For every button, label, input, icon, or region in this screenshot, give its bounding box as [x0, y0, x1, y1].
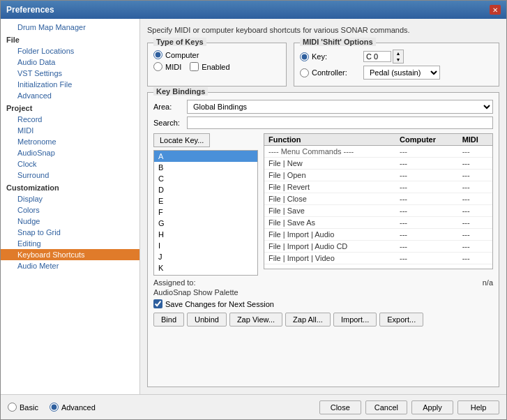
- controller-radio[interactable]: [300, 68, 309, 77]
- computer-cell: ---: [395, 205, 458, 217]
- sidebar-item-surround[interactable]: Surround: [1, 170, 139, 181]
- help-button[interactable]: Help: [457, 400, 499, 414]
- sidebar-item-audio-data[interactable]: Audio Data: [1, 57, 139, 68]
- import-button[interactable]: Import...: [333, 313, 377, 327]
- letter-item-i[interactable]: I: [154, 240, 257, 251]
- function-cell: File | Revert: [264, 181, 395, 193]
- function-cell: File | Import | Audio: [264, 229, 395, 241]
- sidebar-scroll: Drum Map Manager File Folder Locations A…: [1, 22, 139, 391]
- computer-cell: ---: [395, 217, 458, 229]
- letter-item-k[interactable]: K: [154, 262, 257, 273]
- unbind-button[interactable]: Unbind: [187, 313, 227, 327]
- locate-key-button[interactable]: Locate Key...: [153, 133, 210, 147]
- letter-item-e[interactable]: E: [154, 195, 257, 207]
- sidebar-item-record[interactable]: Record: [1, 114, 139, 125]
- apply-button[interactable]: Apply: [411, 400, 453, 414]
- midi-radio[interactable]: [153, 62, 162, 71]
- col-computer: Computer: [395, 134, 458, 146]
- computer-cell: ---: [395, 193, 458, 205]
- sidebar-item-vst-settings[interactable]: VST Settings: [1, 68, 139, 79]
- basic-radio[interactable]: [8, 403, 17, 412]
- close-button[interactable]: Close: [319, 400, 361, 414]
- search-input[interactable]: [187, 117, 493, 129]
- table-row[interactable]: File | Save --- ---: [264, 205, 492, 217]
- sidebar-item-drum-map-manager[interactable]: Drum Map Manager: [1, 22, 139, 33]
- computer-label: Computer: [165, 51, 199, 59]
- main-content: Drum Map Manager File Folder Locations A…: [1, 19, 506, 394]
- computer-cell: ---: [395, 170, 458, 181]
- table-row[interactable]: File | Save As --- ---: [264, 217, 492, 229]
- sidebar-item-advanced[interactable]: Advanced: [1, 90, 139, 101]
- key-spin-up[interactable]: ▲: [393, 50, 403, 57]
- computer-radio-row: Computer: [153, 50, 280, 59]
- table-row[interactable]: File | Import | Audio CD --- ---: [264, 241, 492, 253]
- table-row[interactable]: File | Revert --- ---: [264, 181, 492, 193]
- letter-item-b[interactable]: B: [154, 162, 257, 173]
- letter-item-l[interactable]: L: [154, 273, 257, 276]
- controller-dropdown[interactable]: Pedal (sustain): [363, 66, 440, 80]
- cancel-button[interactable]: Cancel: [365, 400, 407, 414]
- midi-cell: ---: [458, 193, 492, 205]
- computer-cell: ---: [395, 253, 458, 264]
- letter-item-j[interactable]: J: [154, 251, 257, 262]
- function-table-container: Function Computer MIDI ---- Menu Command…: [264, 133, 493, 269]
- sidebar-item-audiosnap[interactable]: AudioSnap: [1, 147, 139, 158]
- advanced-radio[interactable]: [50, 403, 59, 412]
- sidebar-item-display[interactable]: Display: [1, 193, 139, 204]
- table-row[interactable]: File | New --- ---: [264, 158, 492, 170]
- type-of-keys-group: Type of Keys Computer MIDI Enabled: [147, 43, 287, 87]
- function-cell: File | Import | Audio CD: [264, 241, 395, 253]
- midi-cell: ---: [458, 158, 492, 170]
- table-row[interactable]: File | Open --- ---: [264, 170, 492, 181]
- zap-view-button[interactable]: Zap View...: [229, 313, 282, 327]
- key-value-input[interactable]: [363, 51, 391, 62]
- footer: Basic Advanced Close Cancel Apply Help: [1, 394, 506, 419]
- sidebar-item-midi[interactable]: MIDI: [1, 125, 139, 136]
- sidebar: Drum Map Manager File Folder Locations A…: [1, 19, 140, 394]
- letter-item-g[interactable]: G: [154, 218, 257, 229]
- col-midi: MIDI: [458, 134, 492, 146]
- enabled-checkbox[interactable]: [190, 62, 199, 71]
- export-button[interactable]: Export...: [379, 313, 423, 327]
- letter-list: A B C D E F G H I J K L: [153, 150, 258, 276]
- letter-item-d[interactable]: D: [154, 184, 257, 195]
- table-row[interactable]: File | Import | Audio --- ---: [264, 229, 492, 241]
- sidebar-item-metronome[interactable]: Metronome: [1, 136, 139, 147]
- key-spin-down[interactable]: ▼: [393, 57, 403, 63]
- letter-item-a[interactable]: A: [154, 151, 257, 162]
- audiosnap-label: AudioSnap Show Palette: [153, 288, 239, 297]
- letter-item-f[interactable]: F: [154, 207, 257, 218]
- bind-button[interactable]: Bind: [153, 313, 184, 327]
- computer-radio[interactable]: [153, 50, 162, 59]
- letter-item-c[interactable]: C: [154, 173, 257, 184]
- advanced-label: Advanced: [61, 403, 96, 412]
- area-dropdown[interactable]: Global Bindings: [187, 100, 493, 114]
- letter-item-h[interactable]: H: [154, 229, 257, 240]
- table-row[interactable]: File | Import | Video --- ---: [264, 253, 492, 264]
- midi-cell: ---: [458, 205, 492, 217]
- description-text: Specify MIDI or computer keyboard shortc…: [147, 26, 499, 34]
- window-title: Preferences: [6, 5, 54, 15]
- function-cell: File | New: [264, 158, 395, 170]
- save-changes-checkbox[interactable]: [153, 299, 162, 308]
- midi-cell: ---: [458, 181, 492, 193]
- zap-all-button[interactable]: Zap All...: [285, 313, 331, 327]
- main-panel: Specify MIDI or computer keyboard shortc…: [140, 19, 506, 394]
- sidebar-item-snap-to-grid[interactable]: Snap to Grid: [1, 227, 139, 238]
- close-window-button[interactable]: ✕: [490, 5, 501, 15]
- table-row[interactable]: ---- Menu Commands ---- --- ---: [264, 146, 492, 158]
- sidebar-item-clock[interactable]: Clock: [1, 158, 139, 170]
- table-row[interactable]: File | Close --- ---: [264, 193, 492, 205]
- sidebar-item-folder-locations[interactable]: Folder Locations: [1, 45, 139, 57]
- sidebar-item-editing[interactable]: Editing: [1, 238, 139, 249]
- midi-label: MIDI: [165, 63, 181, 71]
- midi-cell: ---: [458, 253, 492, 264]
- sidebar-item-colors[interactable]: Colors: [1, 204, 139, 216]
- sidebar-item-initialization-file[interactable]: Initialization File: [1, 79, 139, 90]
- sidebar-item-nudge[interactable]: Nudge: [1, 216, 139, 227]
- sidebar-item-audio-meter[interactable]: Audio Meter: [1, 260, 139, 271]
- key-radio[interactable]: [300, 52, 309, 61]
- key-spin: ▲ ▼: [393, 50, 404, 63]
- sidebar-item-keyboard-shortcuts[interactable]: Keyboard Shortcuts: [1, 249, 139, 260]
- sidebar-category-file: File: [1, 33, 139, 45]
